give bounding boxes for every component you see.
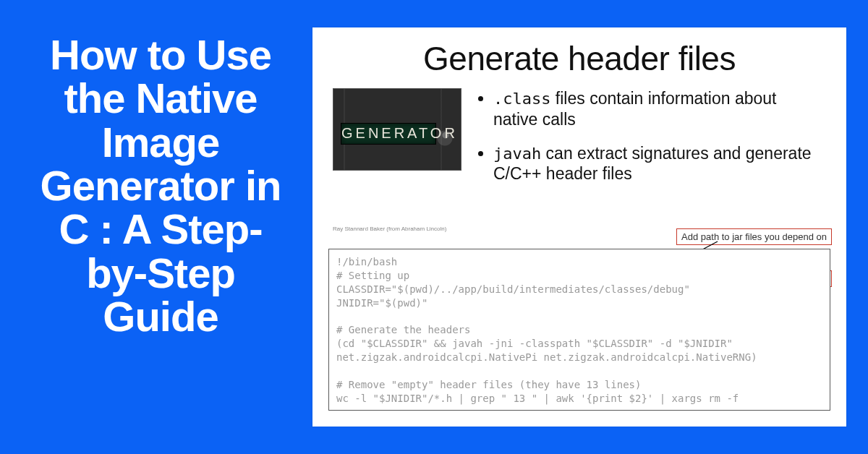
bullet-1: .class files contain information about n… xyxy=(493,88,812,130)
bullet-1-code: .class xyxy=(493,90,550,108)
shell-script: !/bin/bash # Setting up CLASSDIR="$(pwd)… xyxy=(328,249,830,411)
generator-image: GENERATOR xyxy=(333,88,461,171)
image-caption: Ray Stannard Baker (from Abraham Lincoln… xyxy=(333,226,446,232)
slide: Generate header files GENERATOR .class f… xyxy=(312,27,846,427)
bullet-2: javah can extract signatures and generat… xyxy=(493,143,812,185)
callout-add-path: Add path to jar files you depend on xyxy=(676,228,832,245)
article-title: How to Use the Native Image Generator in… xyxy=(29,33,292,338)
generator-image-label: GENERATOR xyxy=(341,123,436,145)
slide-title: Generate header files xyxy=(312,27,846,78)
slide-top-row: GENERATOR .class files contain informati… xyxy=(312,78,846,197)
bullet-2-code: javah xyxy=(493,145,541,163)
bullet-2-text: can extract signatures and generate C/C+… xyxy=(493,144,812,184)
bullet-list: .class files contain information about n… xyxy=(461,88,812,197)
article-title-panel: How to Use the Native Image Generator in… xyxy=(0,0,312,338)
